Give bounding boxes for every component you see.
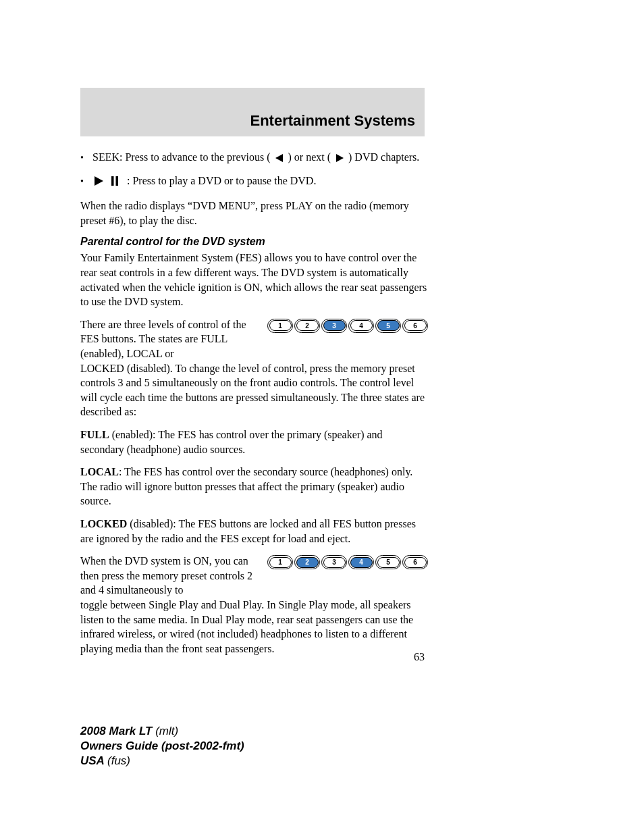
text: : Press to play a DVD or to pause the DV… [127,175,316,186]
text: ) or next ( [288,151,331,163]
footer-guide: Owners Guide (post-2002-fmt) [80,739,244,752]
preset-button-4: 4 [348,319,374,333]
text: When the DVD system is ON, you can then … [80,555,252,596]
text: There are three levels of control of the… [80,319,246,359]
text: SEEK: Press to advance to the previous ( [92,151,271,163]
text: (enabled): The FES has control over the … [80,429,383,455]
page-number: 63 [414,651,425,663]
text: LOCKED (disabled). To change the level o… [80,363,425,418]
svg-rect-4 [116,176,119,186]
pause-icon [111,175,119,190]
preset-button-2: 2 [294,319,320,333]
section-title: Entertainment Systems [250,112,415,130]
para-full: FULL (enabled): The FES has control over… [80,427,428,457]
full-label: FULL [80,429,109,440]
seek-prev-icon [275,151,284,166]
para-locked: LOCKED (disabled): The FES buttons are l… [80,517,428,546]
preset-buttons-figure-1: 123456 [267,319,428,333]
text: toggle between Single Play and Dual Play… [80,599,413,654]
text: (disabled): The FES buttons are locked a… [80,518,416,544]
preset-button-2: 2 [294,555,320,569]
svg-marker-0 [275,154,283,162]
page-header: Entertainment Systems [80,88,425,136]
seek-next-icon [335,151,344,166]
bullet-seek: • SEEK: Press to advance to the previous… [80,150,428,165]
para-dual: 123456 When the DVD system is ON, you ca… [80,554,428,656]
footer-region: USA [80,754,107,767]
bullet-text: : Press to play a DVD or to pause the DV… [92,174,428,189]
svg-rect-3 [111,176,114,186]
footer-region-code: (fus) [107,754,130,767]
footer: 2008 Mark LT (mlt) Owners Guide (post-20… [80,724,244,768]
parental-control-heading: Parental control for the DVD system [80,236,428,248]
para-intro: Your Family Entertainment System (FES) a… [80,251,428,309]
text: : The FES has control over the secondary… [80,466,412,506]
bullet-list: • SEEK: Press to advance to the previous… [80,150,428,189]
play-icon [94,175,104,190]
svg-marker-2 [95,176,103,186]
bullet-dot-icon: • [80,174,92,188]
preset-button-6: 6 [402,319,428,333]
locked-label: LOCKED [80,518,127,529]
bullet-text: SEEK: Press to advance to the previous (… [92,150,428,165]
footer-model: 2008 Mark LT [80,725,155,737]
preset-button-3: 3 [321,319,347,333]
preset-button-5: 5 [375,555,401,569]
preset-button-4: 4 [348,555,374,569]
bullet-playpause: • : Press to play a DVD or to pause the … [80,174,428,189]
preset-button-1: 1 [267,555,293,569]
para-local: LOCAL: The FES has control over the seco… [80,465,428,509]
footer-model-code: (mlt) [155,725,178,737]
preset-button-6: 6 [402,555,428,569]
para-dvd-menu: When the radio displays “DVD MENU”, pres… [80,199,428,228]
local-label: LOCAL [80,466,119,477]
para-levels: 123456 There are three levels of control… [80,317,428,419]
preset-button-5: 5 [375,319,401,333]
svg-marker-1 [336,154,344,162]
page-content: • SEEK: Press to advance to the previous… [80,150,428,664]
text: ) DVD chapters. [348,151,419,163]
preset-button-1: 1 [267,319,293,333]
preset-buttons-figure-2: 123456 [267,555,428,569]
preset-button-3: 3 [321,555,347,569]
bullet-dot-icon: • [80,150,92,165]
